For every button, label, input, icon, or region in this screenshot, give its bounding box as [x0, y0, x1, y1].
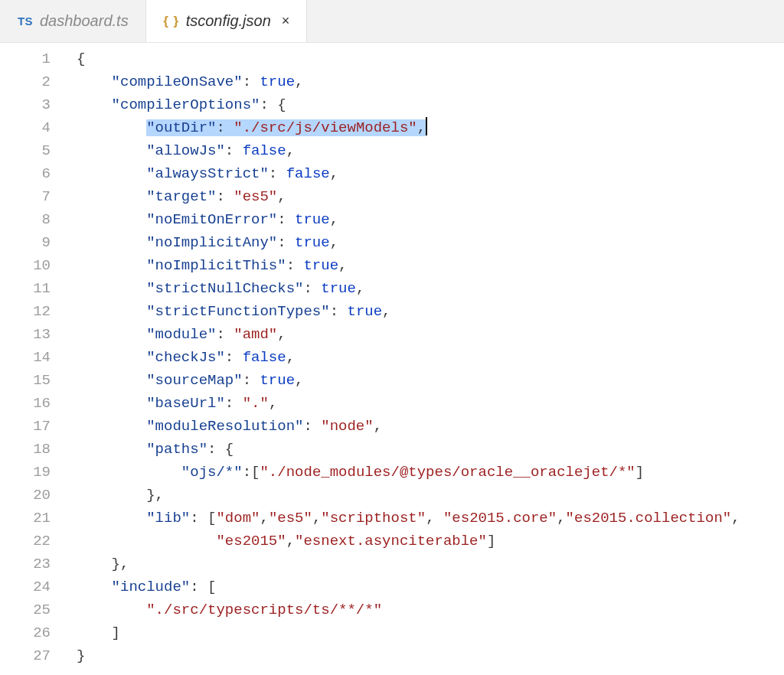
- token: "esnext.asynciterable": [295, 533, 487, 549]
- token: ,: [277, 188, 286, 205]
- token: "compilerOptions": [112, 96, 260, 113]
- token: "paths": [146, 441, 207, 458]
- code-line[interactable]: "allowJs": false,: [77, 139, 784, 162]
- token: "outDir": [146, 119, 216, 136]
- token: ,: [330, 211, 338, 228]
- tab-tsconfig-json[interactable]: { }tsconfig.json×: [146, 0, 308, 42]
- token: true: [260, 372, 295, 389]
- line-number: 17: [0, 415, 51, 438]
- line-number-gutter: 1234567891011121314151617181920212223242…: [0, 43, 70, 675]
- line-number: 10: [0, 254, 51, 277]
- code-area[interactable]: { "compileOnSave": true, "compilerOption…: [70, 43, 784, 675]
- code-line[interactable]: "target": "es5",: [77, 185, 784, 208]
- token: "scripthost": [321, 510, 426, 527]
- token: ]: [635, 464, 644, 481]
- token: true: [321, 280, 356, 297]
- token: :[: [243, 464, 260, 481]
- token: "target": [146, 188, 216, 205]
- code-line[interactable]: },: [77, 553, 784, 576]
- tab-dashboard-ts[interactable]: TSdashboard.ts: [0, 0, 146, 42]
- code-line[interactable]: "noImplicitAny": true,: [77, 231, 784, 254]
- token: "module": [146, 326, 216, 343]
- line-number: 2: [0, 70, 51, 93]
- close-icon[interactable]: ×: [282, 13, 290, 29]
- token: :: [330, 303, 348, 320]
- token: : {: [207, 441, 234, 458]
- token: ,: [426, 510, 443, 527]
- line-number: 14: [0, 346, 51, 369]
- line-number: 15: [0, 369, 51, 392]
- line-number: 4: [0, 116, 51, 139]
- token: ".": [243, 395, 269, 412]
- token: "compileOnSave": [112, 73, 243, 90]
- code-line[interactable]: {: [77, 47, 784, 70]
- token: ,: [338, 257, 347, 274]
- code-line[interactable]: "strictNullChecks": true,: [77, 277, 784, 300]
- code-line[interactable]: "compilerOptions": {: [77, 93, 784, 116]
- token: "es2015": [216, 533, 286, 549]
- token: :: [303, 280, 321, 297]
- token: {: [77, 51, 85, 67]
- line-number: 3: [0, 93, 51, 116]
- token: "baseUrl": [146, 395, 225, 412]
- code-line[interactable]: "outDir": "./src/js/viewModels",: [77, 116, 784, 139]
- code-line[interactable]: "./src/typescripts/ts/**/*": [77, 598, 784, 621]
- line-number: 11: [0, 277, 51, 300]
- token: : {: [260, 96, 286, 113]
- editor[interactable]: 1234567891011121314151617181920212223242…: [0, 43, 784, 675]
- token: "./src/typescripts/ts/**/*": [146, 602, 382, 618]
- token: :: [243, 372, 260, 389]
- token: false: [286, 165, 330, 182]
- token: "ojs/*": [181, 464, 243, 481]
- token: :: [243, 73, 260, 90]
- code-line[interactable]: "ojs/*":["./node_modules/@types/oracle__…: [77, 461, 784, 484]
- code-line[interactable]: "moduleResolution": "node",: [77, 415, 784, 438]
- token: ,: [286, 349, 295, 366]
- selection: "outDir": "./src/js/viewModels",: [146, 119, 426, 136]
- tab-label: dashboard.ts: [40, 12, 129, 30]
- code-line[interactable]: "module": "amd",: [77, 323, 784, 346]
- token: false: [243, 349, 286, 366]
- code-line[interactable]: "compileOnSave": true,: [77, 70, 784, 93]
- token: "es2015.core": [443, 510, 557, 527]
- token: "node": [321, 418, 373, 435]
- code-line[interactable]: "sourceMap": true,: [77, 369, 784, 392]
- token: ,: [312, 510, 321, 527]
- code-line[interactable]: },: [77, 484, 784, 507]
- token: :: [225, 349, 243, 366]
- code-line[interactable]: "es2015","esnext.asynciterable"]: [77, 530, 784, 553]
- code-line[interactable]: }: [77, 644, 784, 667]
- tab-bar: TSdashboard.ts{ }tsconfig.json×: [0, 0, 784, 43]
- code-line[interactable]: "paths": {: [77, 438, 784, 461]
- token: ,: [557, 510, 565, 527]
- code-line[interactable]: "strictFunctionTypes": true,: [77, 300, 784, 323]
- line-number: 8: [0, 208, 51, 231]
- token: true: [303, 257, 338, 274]
- code-line[interactable]: "baseUrl": ".",: [77, 392, 784, 415]
- code-line[interactable]: "noEmitOnError": true,: [77, 208, 784, 231]
- token: :: [277, 234, 295, 251]
- token: "noImplicitThis": [146, 257, 286, 274]
- token: "es5": [234, 188, 277, 205]
- code-line[interactable]: "checkJs": false,: [77, 346, 784, 369]
- token: true: [347, 303, 382, 320]
- code-line[interactable]: ]: [77, 621, 784, 644]
- ts-icon: TS: [17, 13, 34, 30]
- code-line[interactable]: "lib": ["dom","es5","scripthost", "es201…: [77, 507, 784, 530]
- code-line[interactable]: "include": [: [77, 576, 784, 598]
- token: :: [286, 257, 304, 274]
- code-line[interactable]: "alwaysStrict": false,: [77, 162, 784, 185]
- token: :: [303, 418, 321, 435]
- token: "alwaysStrict": [146, 165, 269, 182]
- token: "sourceMap": [146, 372, 242, 389]
- token: "amd": [234, 326, 277, 343]
- code-line[interactable]: "noImplicitThis": true,: [77, 254, 784, 277]
- token: ,: [277, 326, 286, 343]
- token: ]: [487, 533, 495, 549]
- token: : [: [190, 510, 216, 527]
- token: "checkJs": [146, 349, 225, 366]
- text-cursor: [426, 117, 427, 135]
- token: false: [243, 142, 286, 159]
- line-number: 21: [0, 507, 51, 530]
- token: ,: [269, 395, 277, 412]
